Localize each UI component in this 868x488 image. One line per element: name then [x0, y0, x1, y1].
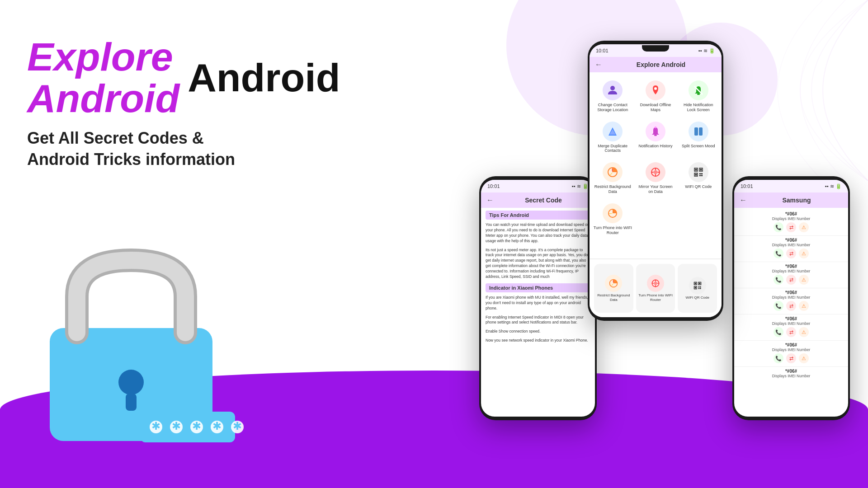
s-phone-icon-4[interactable]: 📞: [774, 301, 783, 311]
s-warn-icon-5: ⚠: [799, 327, 809, 337]
title-explore: Explore Android: [27, 36, 179, 120]
status-icons-left: ▪▪ ≋ 🔋: [572, 183, 589, 189]
subtitle: Get All Secret Codes & Android Tricks in…: [27, 128, 307, 170]
s-warn-icon-6: ⚠: [799, 353, 809, 363]
status-icons-middle: ▪▪ ≋ 🔋: [698, 48, 715, 54]
phone-right-status-bar: 10:01 ▪▪ ≋ 🔋: [734, 180, 848, 192]
s-phone-icon-6[interactable]: 📞: [774, 353, 783, 363]
grid-item-wifi-router[interactable]: Turn Phone into WIFI Router: [591, 199, 634, 240]
download-maps-icon: [646, 80, 665, 100]
samsung-row-6: *#06# Displays IMEI Number 📞 ⇄ ⚠: [734, 341, 848, 367]
lock-illustration: ✱ ✱ ✱ ✱ ✱: [14, 224, 267, 452]
restrict-bg-label: Restrict Background Data: [593, 184, 632, 194]
notif-history-icon: [646, 122, 665, 141]
s-share-icon-5[interactable]: ⇄: [786, 327, 796, 337]
title-android: Android: [188, 57, 340, 99]
samsung-row-5: *#06# Displays IMEI Number 📞 ⇄ ⚠: [734, 314, 848, 341]
back-arrow-right[interactable]: ←: [740, 196, 747, 204]
samsung-row-3: *#06# Displays IMEI Number 📞 ⇄ ⚠: [734, 262, 848, 288]
grid-item-download-maps[interactable]: Download Offline Maps: [634, 76, 677, 117]
mirror-screen-label: Mirror Your Screen on Data: [636, 184, 675, 194]
dock-wifi-router[interactable]: Turn Phone into WIFI Router: [636, 264, 675, 313]
split-screen-icon: [689, 122, 708, 141]
samsung-code-3: *#06#: [734, 264, 848, 269]
svg-rect-36: [701, 175, 703, 176]
phone-left-header: ← Secret Code: [481, 192, 595, 208]
samsung-row-2: *#06# Displays IMEI Number 📞 ⇄ ⚠: [734, 236, 848, 262]
s-phone-icon-3[interactable]: 📞: [774, 275, 783, 285]
svg-text:✱: ✱: [192, 420, 201, 432]
download-maps-label: Download Offline Maps: [636, 103, 675, 113]
s-phone-icon-5[interactable]: 📞: [774, 327, 783, 337]
dock-router-icon: [647, 275, 664, 292]
indicator-text-2: For enabling Internet Speed Indicator in…: [486, 315, 590, 326]
phones-container: 10:01 ▪▪ ≋ 🔋 ← Secret Code Tips For Andr…: [479, 41, 850, 434]
svg-point-1: [118, 370, 144, 395]
svg-text:✱: ✱: [233, 420, 242, 432]
phone-left: 10:01 ▪▪ ≋ 🔋 ← Secret Code Tips For Andr…: [479, 176, 597, 420]
s-phone-icon-1[interactable]: 📞: [774, 222, 783, 232]
svg-rect-2: [126, 394, 137, 411]
s-warn-icon-1: ⚠: [799, 222, 809, 232]
grid-item-split-screen[interactable]: Split Screen Mood: [677, 117, 720, 158]
back-arrow-left[interactable]: ←: [486, 196, 494, 204]
status-time-left: 10:01: [487, 183, 500, 189]
phone-right-title: Samsung: [750, 197, 843, 204]
s-phone-icon-2[interactable]: 📞: [774, 249, 783, 258]
change-contact-label: Change Contact Storage Location: [593, 103, 632, 113]
main-title: Explore Android Android: [27, 36, 307, 120]
dock-qr-icon: [689, 277, 706, 294]
svg-rect-46: [694, 287, 696, 288]
svg-text:✱: ✱: [151, 420, 160, 432]
svg-rect-47: [698, 286, 699, 287]
grid-item-mirror-screen[interactable]: Mirror Your Screen on Data: [634, 158, 677, 199]
s-share-icon-3[interactable]: ⇄: [786, 275, 796, 285]
s-share-icon-1[interactable]: ⇄: [786, 222, 796, 232]
samsung-row-4: *#06# Displays IMEI Number 📞 ⇄ ⚠: [734, 288, 848, 314]
dock-restrict-icon: [605, 275, 622, 292]
svg-point-15: [654, 87, 657, 90]
dock-router-label: Turn Phone into WIFI Router: [637, 293, 675, 302]
grid-item-change-contact[interactable]: Change Contact Storage Location: [591, 76, 634, 117]
svg-text:✱: ✱: [172, 420, 181, 432]
samsung-icons-5: 📞 ⇄ ⚠: [734, 326, 848, 338]
back-arrow-middle[interactable]: ←: [595, 61, 602, 69]
svg-rect-32: [695, 174, 697, 176]
wifi-router-label: Turn Phone into WIFI Router: [593, 225, 632, 235]
samsung-content: *#06# Displays IMEI Number 📞 ⇄ ⚠ *#06# D…: [734, 208, 848, 382]
indicator-text-3: Enable Show connection speed.: [486, 329, 590, 334]
samsung-icons-2: 📞 ⇄ ⚠: [734, 247, 848, 260]
features-grid: Change Contact Storage Location Download…: [590, 72, 722, 243]
s-share-icon-6[interactable]: ⇄: [786, 353, 796, 363]
svg-rect-50: [700, 288, 701, 289]
phone-middle-notch: [642, 45, 669, 52]
svg-point-14: [610, 86, 615, 90]
svg-rect-23: [699, 127, 703, 136]
svg-rect-34: [701, 173, 703, 174]
svg-point-26: [654, 170, 657, 174]
samsung-code-4: *#06#: [734, 290, 848, 295]
notif-history-label: Notification History: [638, 144, 672, 149]
dock-restrict-bg[interactable]: Restrict Background Data: [594, 264, 633, 313]
tips-text-1: You can watch your real-time upload and …: [486, 222, 590, 244]
merge-contacts-icon: [603, 122, 623, 141]
dock-wifi-qr[interactable]: WIFI QR Code: [678, 264, 717, 313]
svg-rect-33: [699, 173, 701, 174]
s-share-icon-4[interactable]: ⇄: [786, 301, 796, 311]
grid-item-notif-history[interactable]: Notification History: [634, 117, 677, 158]
s-share-icon-2[interactable]: ⇄: [786, 249, 796, 258]
phone-middle: 10:01 ▪▪ ≋ 🔋 ← Explore Android Change Co…: [588, 41, 723, 321]
phone-middle-screen: 10:01 ▪▪ ≋ 🔋 ← Explore Android Change Co…: [590, 44, 722, 317]
phone-right-header: ← Samsung: [734, 192, 848, 208]
samsung-desc-2: Displays IMEI Number: [734, 243, 848, 247]
grid-item-restrict-bg[interactable]: Restrict Background Data: [591, 158, 634, 199]
merge-contacts-label: Merge Duplicate Contacts: [593, 144, 632, 154]
grid-item-merge-contacts[interactable]: Merge Duplicate Contacts: [591, 117, 634, 158]
s-warn-icon-4: ⚠: [799, 301, 809, 311]
phone-left-status-bar: 10:01 ▪▪ ≋ 🔋: [481, 180, 595, 192]
samsung-row-7: *#06# Displays IMEI Number: [734, 367, 848, 380]
grid-item-wifi-qr[interactable]: WIFI QR Code: [677, 158, 720, 199]
svg-rect-48: [700, 286, 701, 287]
grid-item-hide-notif[interactable]: Hide Notification Lock Screen: [677, 76, 720, 117]
tips-text-2: Its not just a speed meter app. It's a c…: [486, 248, 590, 280]
